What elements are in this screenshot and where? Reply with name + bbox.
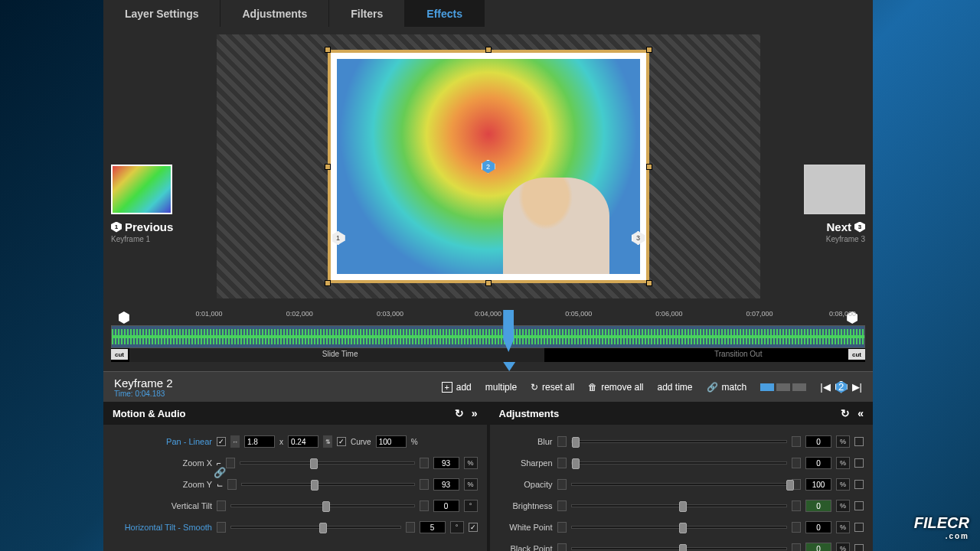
zoom-link-icon[interactable]: 🔗 bbox=[214, 467, 226, 478]
adj-unit: % bbox=[836, 521, 850, 533]
tab-filters[interactable]: Filters bbox=[329, 0, 405, 27]
panel-collapse-icon[interactable]: « bbox=[858, 407, 864, 419]
htilt-unit: ° bbox=[450, 521, 464, 533]
adj-value[interactable]: 0 bbox=[805, 500, 831, 512]
tab-effects[interactable]: Effects bbox=[405, 0, 485, 27]
audio-waveform[interactable] bbox=[111, 325, 865, 348]
multiple-button[interactable]: multiple bbox=[485, 382, 517, 393]
slider-start[interactable] bbox=[557, 458, 567, 468]
remove-all-button[interactable]: 🗑remove all bbox=[588, 382, 643, 393]
slider-end[interactable] bbox=[792, 543, 801, 551]
resize-handle-tm[interactable] bbox=[485, 47, 492, 53]
panel-expand-icon[interactable]: » bbox=[472, 407, 478, 419]
slider-start[interactable] bbox=[557, 436, 567, 447]
match-button[interactable]: 🔗match bbox=[707, 382, 747, 393]
slider-end[interactable] bbox=[406, 522, 415, 533]
pan-checkbox[interactable] bbox=[217, 437, 226, 446]
adj-checkbox[interactable] bbox=[854, 544, 864, 551]
panel-reset-icon[interactable]: ↻ bbox=[455, 407, 464, 419]
slider-start[interactable] bbox=[557, 500, 567, 511]
htilt-value[interactable]: 5 bbox=[420, 521, 446, 533]
panel-reset-icon[interactable]: ↻ bbox=[841, 407, 850, 419]
pan-spin-icon[interactable]: ⇅ bbox=[323, 435, 332, 448]
add-time-button[interactable]: add time bbox=[658, 382, 693, 393]
vtilt-value[interactable]: 0 bbox=[433, 500, 459, 512]
reset-all-button[interactable]: ↻reset all bbox=[531, 382, 574, 393]
thumb-size-toggle[interactable] bbox=[760, 383, 806, 391]
adj-value[interactable]: 100 bbox=[805, 478, 831, 491]
resize-handle-br[interactable] bbox=[646, 280, 652, 286]
adj-value[interactable]: 0 bbox=[805, 543, 831, 551]
resize-handle-tl[interactable] bbox=[325, 47, 331, 53]
time-ruler[interactable]: 0:01,000 0:02,000 0:03,000 0:04,000 0:05… bbox=[111, 310, 865, 325]
slider-end[interactable] bbox=[792, 500, 801, 511]
htilt-checkbox[interactable] bbox=[469, 523, 478, 532]
htilt-slider[interactable] bbox=[230, 526, 401, 529]
resize-handle-ml[interactable] bbox=[325, 164, 331, 170]
adj-checkbox[interactable] bbox=[854, 501, 864, 510]
keyframe-first-icon[interactable]: |◀ bbox=[820, 381, 830, 393]
slider-start[interactable] bbox=[217, 500, 226, 511]
cut-badge-left[interactable]: cut bbox=[111, 349, 128, 360]
cut-badge-right[interactable]: cut bbox=[848, 349, 865, 360]
resize-handle-tr[interactable] bbox=[646, 47, 652, 53]
add-button[interactable]: +add bbox=[442, 382, 472, 393]
pan-y-input[interactable]: 0.24 bbox=[288, 435, 318, 448]
slider-start[interactable] bbox=[226, 458, 235, 468]
zoomy-slider[interactable] bbox=[241, 483, 415, 486]
playhead-arrow-icon[interactable] bbox=[503, 362, 515, 371]
pan-x-input[interactable]: 1.8 bbox=[244, 435, 275, 448]
adj-label: White Point bbox=[499, 523, 553, 532]
resize-handle-bm[interactable] bbox=[485, 280, 492, 286]
slider-start[interactable] bbox=[557, 543, 567, 551]
bracket-icon: ⌐ bbox=[217, 459, 221, 468]
adj-value[interactable]: 0 bbox=[805, 457, 831, 469]
adj-checkbox[interactable] bbox=[854, 480, 864, 489]
prev-thumbnail[interactable] bbox=[111, 165, 172, 214]
zoomy-unit: % bbox=[464, 478, 478, 491]
slider-end[interactable] bbox=[420, 500, 429, 511]
slider-end[interactable] bbox=[792, 436, 801, 447]
zoomx-value[interactable]: 93 bbox=[433, 457, 459, 469]
slider-start[interactable] bbox=[557, 522, 567, 533]
vtilt-slider[interactable] bbox=[230, 504, 415, 507]
preview-area: 1Previous Keyframe 1 1 2 3 bbox=[103, 27, 873, 306]
slider-end[interactable] bbox=[792, 458, 801, 468]
htilt-label[interactable]: Horizontal Tilt - Smooth bbox=[113, 523, 212, 532]
tab-adjustments[interactable]: Adjustments bbox=[220, 0, 329, 27]
adj-value[interactable]: 0 bbox=[805, 435, 831, 448]
slider-start[interactable] bbox=[227, 479, 237, 490]
slider-end[interactable] bbox=[420, 479, 429, 490]
tick: 0:03,000 bbox=[377, 310, 403, 318]
next-keyframe-nav[interactable]: Next3 Keyframe 3 bbox=[796, 165, 865, 243]
slider-start[interactable] bbox=[557, 479, 567, 490]
pan-label[interactable]: Pan - Linear bbox=[113, 437, 212, 446]
adj-slider[interactable] bbox=[571, 547, 788, 550]
curve-checkbox[interactable] bbox=[337, 437, 346, 446]
adj-slider[interactable] bbox=[571, 504, 788, 507]
resize-handle-mr[interactable] bbox=[646, 164, 652, 170]
slider-end[interactable] bbox=[420, 458, 429, 468]
adj-slider[interactable] bbox=[571, 461, 788, 465]
curve-input[interactable]: 100 bbox=[376, 435, 407, 448]
zoomy-value[interactable]: 93 bbox=[433, 478, 459, 491]
resize-handle-bl[interactable] bbox=[325, 280, 331, 286]
adj-slider[interactable] bbox=[571, 440, 788, 443]
curve-unit: % bbox=[411, 438, 418, 446]
selected-layer[interactable]: 1 2 3 bbox=[328, 50, 649, 283]
pan-arrows-icon[interactable]: ↔ bbox=[230, 435, 240, 448]
adj-checkbox[interactable] bbox=[854, 458, 864, 468]
zoomx-slider[interactable] bbox=[240, 461, 415, 465]
adj-checkbox[interactable] bbox=[854, 437, 864, 446]
adj-slider[interactable] bbox=[571, 526, 788, 529]
tab-layer-settings[interactable]: Layer Settings bbox=[103, 0, 220, 27]
timeline-start-marker[interactable] bbox=[119, 311, 129, 324]
adj-slider[interactable] bbox=[571, 483, 788, 486]
slider-end[interactable] bbox=[792, 522, 801, 533]
adj-value[interactable]: 0 bbox=[805, 521, 831, 533]
next-thumbnail[interactable] bbox=[804, 165, 865, 214]
slider-start[interactable] bbox=[217, 522, 226, 533]
prev-keyframe-nav[interactable]: 1Previous Keyframe 1 bbox=[111, 165, 180, 243]
keyframe-last-icon[interactable]: ▶| bbox=[852, 381, 862, 393]
adj-checkbox[interactable] bbox=[854, 523, 864, 532]
